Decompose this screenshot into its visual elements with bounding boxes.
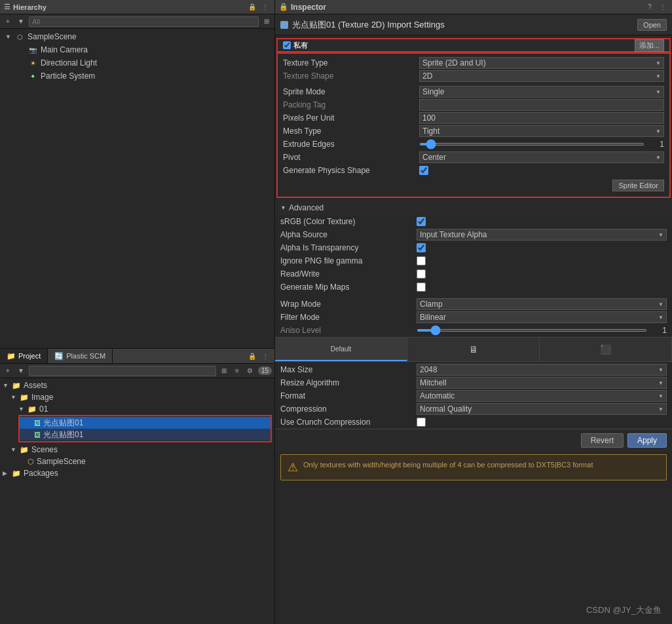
hierarchy-item-particlesystem[interactable]: ✦ Particle System [0,69,274,83]
sprite-mode-dropdown[interactable]: Single [419,86,664,98]
project-tab[interactable]: 📁 Project [0,349,48,363]
pivot-label: Pivot [283,153,414,162]
texture-shape-value: 2D [422,71,432,81]
samplescene-icon: ⬡ [28,458,34,466]
open-button[interactable]: Open [637,19,667,31]
gen-mip-label: Generate Mip Maps [280,283,411,292]
project-tab-icon: 📁 [7,352,16,361]
format-row: Format Automatic [275,389,672,402]
aniso-level-value: 1 [651,326,667,335]
advanced-label: Advanced [289,203,324,212]
max-size-label: Max Size [280,365,411,374]
advanced-header[interactable]: ▼ Advanced [275,201,672,215]
project-dropdown-icon[interactable]: ▼ [16,366,26,376]
project-lock-icon[interactable]: 🔒 [247,351,257,361]
image-folder-icon: 📁 [20,393,29,402]
project-item-scenes[interactable]: ▼ 📁 Scenes [0,444,274,456]
platform-tab-pc[interactable]: 🖥 [407,338,540,361]
sprite-mode-value: Single [422,87,444,96]
gen-mip-checkbox[interactable] [417,283,426,292]
compression-dropdown[interactable]: Normal Quality [417,403,667,415]
asset-dot [280,21,288,29]
hierarchy-item-directionallight[interactable]: ☀ Directional Light [0,56,274,69]
project-more-icon[interactable]: ⋮ [260,351,271,361]
texture-type-dropdown[interactable]: Sprite (2D and UI) [419,57,664,69]
hierarchy-search-input[interactable] [29,16,259,27]
read-write-label: Read/Write [280,269,411,279]
inspector-more-icon[interactable]: ⋮ [658,2,668,12]
format-dropdown[interactable]: Automatic [417,390,667,402]
gen-physics-row: Generate Physics Shape [278,164,669,177]
ignore-png-checkbox[interactable] [417,256,426,265]
sprite-editor-button[interactable]: Sprite Editor [612,180,664,191]
project-item-texture1[interactable]: 🖼 光点贴图01 [20,417,271,429]
revert-button[interactable]: Revert [581,433,624,448]
max-size-dropdown[interactable]: 2048 [417,364,667,376]
project-label-scenes: Scenes [31,445,58,454]
project-item-image[interactable]: ▼ 📁 Image [0,391,274,403]
alpha-source-dropdown[interactable]: Input Texture Alpha [417,229,667,241]
format-value: Automatic [420,391,455,400]
extrude-edges-slider[interactable] [419,143,644,146]
gen-physics-checkbox[interactable] [419,166,428,175]
platform-tab-default[interactable]: Default [275,338,407,361]
project-item-texture2[interactable]: 🖼 光点贴图01 [20,429,271,440]
pixels-per-unit-input[interactable] [419,112,664,124]
project-label-texture2: 光点贴图01 [43,429,83,440]
packing-tag-input[interactable] [419,99,664,111]
section-add-button[interactable]: 添加... [635,39,664,52]
hierarchy-lock-icon[interactable]: 🔒 [247,2,257,12]
compression-label: Compression [280,404,411,414]
packages-folder-icon: 📁 [12,469,21,478]
scene-icon: ⬡ [14,31,25,42]
plasticscm-label: Plastic SCM [66,352,105,360]
project-search-input[interactable] [29,366,216,376]
hierarchy-add-icon[interactable]: + [3,16,13,27]
texture-shape-row: Texture Shape 2D [278,69,669,83]
hierarchy-toolbar: + ▼ ⊞ [0,14,274,29]
resize-alg-dropdown[interactable]: Mitchell [417,377,667,389]
filter-mode-value: Bilinear [420,313,446,322]
inspector-content: 私有 添加... Texture Type Sprite (2D and UI)… [275,35,672,624]
use-crunch-checkbox[interactable] [417,418,426,427]
srgb-checkbox[interactable] [417,217,426,226]
project-item-samplescene[interactable]: ⬡ SampleScene [0,456,274,467]
project-label-texture1: 光点贴图01 [43,418,83,429]
filter-mode-dropdown[interactable]: Bilinear [417,311,667,323]
project-add-icon[interactable]: + [3,366,13,376]
hierarchy-item-samplescene[interactable]: ▼ ⬡ SampleScene [0,30,274,43]
wrap-mode-dropdown[interactable]: Clamp [417,298,667,310]
project-layout2-icon[interactable]: ≡ [232,366,242,376]
packing-tag-row: Packing Tag [278,98,669,111]
hierarchy-dropdown-icon[interactable]: ▼ [16,16,26,27]
hierarchy-item-maincamera[interactable]: 📷 Main Camera [0,43,274,56]
section-checkbox-private[interactable] [283,41,291,49]
gen-mip-row: Generate Mip Maps [275,281,672,294]
resize-alg-label: Resize Algorithm [280,378,411,387]
inspector-question-icon[interactable]: ? [644,2,655,12]
sprite-mode-label: Sprite Mode [283,87,414,96]
gen-physics-label: Generate Physics Shape [283,166,414,175]
inspector-lock-icon[interactable]: 🔒 [279,3,288,11]
texture-shape-dropdown[interactable]: 2D [419,70,664,82]
project-settings-icon[interactable]: ⚙ [245,366,255,376]
project-item-packages[interactable]: ▶ 📁 Packages [0,467,274,479]
plasticscm-tab[interactable]: 🔄 Plastic SCM [48,349,113,363]
mesh-type-dropdown[interactable]: Tight [419,125,664,137]
compression-row: Compression Normal Quality [275,402,672,416]
hierarchy-more-icon[interactable]: ⋮ [260,2,271,12]
read-write-checkbox[interactable] [417,269,426,279]
project-item-assets[interactable]: ▼ 📁 Assets [0,380,274,391]
extrude-edges-row: Extrude Edges 1 [278,138,669,151]
aniso-level-row: Aniso Level 1 [275,324,672,337]
project-layout1-icon[interactable]: ⊞ [219,366,229,376]
pivot-dropdown[interactable]: Center [419,151,664,163]
aniso-level-slider[interactable] [417,329,647,332]
texture-type-row: Texture Type Sprite (2D and UI) [278,56,669,69]
hierarchy-label-light: Directional Light [41,58,97,68]
apply-button[interactable]: Apply [627,433,667,448]
platform-tab-other[interactable]: ⬛ [540,338,672,361]
alpha-transparency-checkbox[interactable] [417,243,426,252]
hierarchy-layout-icon[interactable]: ⊞ [261,16,272,27]
project-item-01[interactable]: ▼ 📁 01 [0,403,274,415]
